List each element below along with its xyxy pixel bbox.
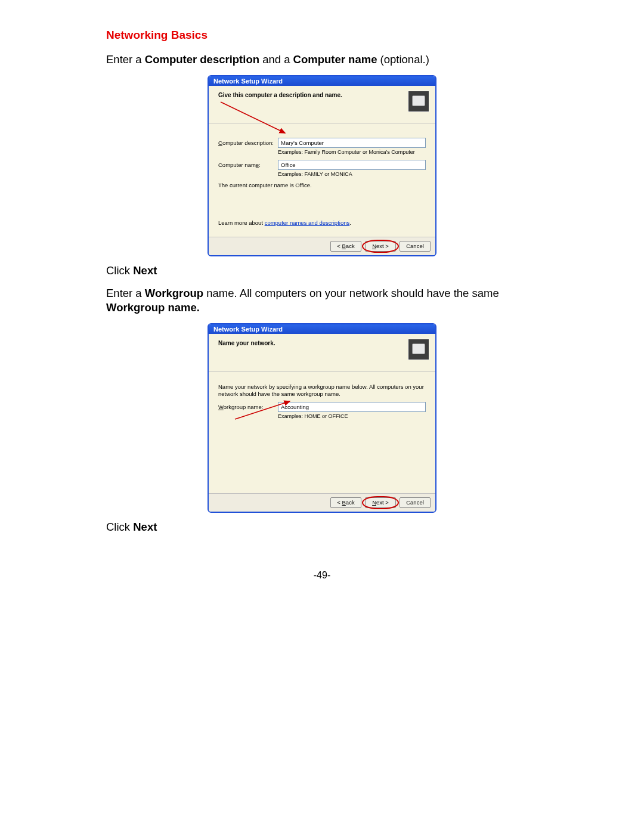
b: Workgroup name. [106, 301, 200, 314]
network-setup-wizard-1: Network Setup Wizard Give this computer … [208, 75, 436, 256]
t: : [259, 162, 261, 168]
next-button[interactable]: Next > [365, 241, 396, 252]
learn-more: Learn more about computer names and desc… [218, 219, 426, 226]
t: ack [346, 243, 355, 249]
u: N [372, 499, 376, 506]
t: name. All computers on your network shou… [203, 287, 499, 299]
t: < [337, 499, 342, 506]
u: N [372, 243, 376, 249]
name-example: Examples: FAMILY or MONICA [278, 171, 426, 177]
desc-example: Examples: Family Room Computer or Monica… [278, 149, 426, 155]
u: W [218, 404, 224, 410]
t: Click [106, 521, 133, 533]
cancel-button[interactable]: Cancel [400, 497, 431, 508]
workgroup-row: Workgroup name: [218, 402, 426, 412]
b: Workgroup [145, 287, 203, 299]
b: Next [133, 264, 157, 277]
t: The current computer name is [218, 182, 295, 188]
window-title: Network Setup Wizard [209, 76, 435, 86]
back-button[interactable]: < Back [330, 241, 361, 252]
t: orkgroup name: [224, 404, 264, 410]
learn-more-link[interactable]: computer names and descriptions [265, 219, 350, 226]
text: and a [259, 53, 293, 66]
t: Learn more about [218, 219, 265, 226]
workgroup-example: Examples: HOME or OFFICE [278, 413, 426, 419]
page-number: -49- [106, 570, 538, 581]
wizard-heading: Give this computer a description and nam… [218, 91, 408, 98]
workgroup-name-input[interactable] [278, 402, 426, 412]
name-row: Computer name: [218, 160, 426, 170]
text-bold: Computer description [145, 53, 259, 66]
t: Click [106, 264, 133, 277]
wizard-heading: Name your network. [218, 339, 408, 346]
t: < [337, 243, 342, 249]
computer-icon [408, 91, 429, 112]
instruction-1: Enter a Computer description and a Compu… [106, 52, 538, 67]
wizard-footer: < Back Next > Cancel [209, 493, 435, 512]
t: Computer nam [218, 162, 256, 168]
intro-text: Name your network by specifying a workgr… [218, 383, 426, 397]
back-button[interactable]: < Back [330, 497, 361, 508]
text: Enter a [106, 53, 145, 66]
t: ext > [376, 243, 389, 249]
workgroup-label: Workgroup name: [218, 404, 278, 410]
name-label: Computer name: [218, 162, 278, 168]
text: (optional.) [377, 53, 429, 66]
computer-icon [408, 339, 429, 360]
t: omputer description: [222, 140, 274, 146]
instruction-2: Enter a Workgroup name. All computers on… [106, 286, 538, 315]
t: ack [346, 499, 355, 506]
wizard-header: Give this computer a description and nam… [209, 86, 435, 123]
section-title: Networking Basics [106, 29, 538, 42]
current-name-note: The current computer name is Office. [218, 182, 426, 188]
wizard-body: Computer description: Examples: Family R… [209, 123, 435, 237]
cancel-button[interactable]: Cancel [400, 241, 431, 252]
desc-label: Computer description: [218, 140, 278, 146]
t: Enter a [106, 287, 145, 299]
wizard-body: Name your network by specifying a workgr… [209, 371, 435, 493]
wizard-footer: < Back Next > Cancel [209, 237, 435, 255]
t: ext > [376, 499, 389, 506]
t: . [349, 219, 351, 226]
text-bold: Computer name [293, 53, 377, 66]
desc-row: Computer description: [218, 138, 426, 148]
window-title: Network Setup Wizard [209, 324, 435, 334]
next-button[interactable]: Next > [365, 497, 396, 508]
click-next-1: Click Next [106, 264, 538, 278]
computer-description-input[interactable] [278, 138, 426, 148]
click-next-2: Click Next [106, 520, 538, 534]
t: Office. [295, 182, 311, 188]
wizard-header: Name your network. [209, 334, 435, 371]
network-setup-wizard-2: Network Setup Wizard Name your network. … [208, 323, 436, 513]
computer-name-input[interactable] [278, 160, 426, 170]
b: Next [133, 521, 157, 533]
u: C [218, 140, 222, 146]
